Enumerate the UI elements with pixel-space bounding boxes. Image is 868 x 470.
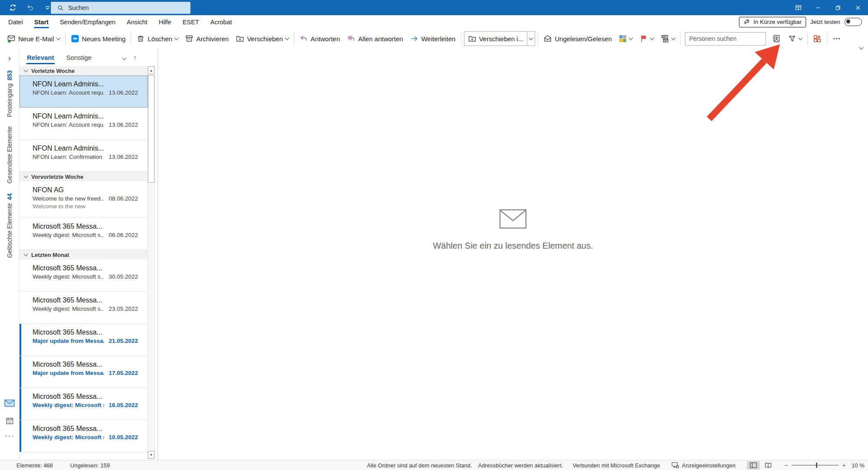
sidebar-item-gelöschte-elemente[interactable]: Gelöschte Elemente44 — [0, 191, 20, 261]
normal-view-button[interactable] — [747, 461, 760, 470]
archive-button[interactable]: Archivieren — [181, 31, 232, 46]
list-item[interactable]: NFON Learn Adminis...NFON Learn: Account… — [20, 108, 148, 140]
ribbon-separator — [827, 32, 827, 45]
filter-email-button[interactable] — [784, 31, 806, 46]
group-label: Vorletzte Woche — [31, 68, 75, 74]
collapse-ribbon-icon[interactable] — [860, 43, 863, 51]
calendar-nav-icon[interactable] — [6, 417, 14, 425]
ribbon-display-options-button[interactable] — [788, 0, 808, 15]
email-date: 30.05.2022 — [108, 273, 141, 280]
toggle-knob — [846, 20, 850, 23]
sidebar-item-gesendete-elemente[interactable]: Gesendete Elemente — [0, 126, 20, 184]
email-date: 23.05.2022 — [108, 306, 141, 312]
address-book-button[interactable] — [769, 31, 784, 46]
reply-button[interactable]: Antworten — [296, 31, 344, 46]
email-subject: Weekly digest: Microsoft s... — [33, 273, 104, 280]
list-scrollbar[interactable]: ▲ ▼ — [148, 66, 155, 459]
close-icon[interactable] — [848, 0, 868, 15]
more-commands-button[interactable] — [829, 31, 845, 46]
expand-folder-pane-icon[interactable]: › — [8, 54, 11, 62]
get-addins-button[interactable] — [809, 31, 825, 46]
reading-view-button[interactable] — [762, 461, 775, 470]
quick-steps-gallery[interactable]: Verschieben i... — [464, 31, 536, 46]
move-button[interactable]: Verschieben — [232, 31, 292, 46]
reply-all-button[interactable]: Allen antworten — [343, 31, 406, 46]
email-date: 21.05.2022 — [108, 338, 141, 344]
titlebar: Suchen — [0, 0, 868, 15]
ribbon-separator — [131, 32, 131, 45]
zoom-in-icon[interactable]: + — [842, 462, 846, 468]
list-item[interactable]: NFON AGWelcome to the new freed...08.06.… — [20, 181, 148, 218]
group-header-vorletzte-woche[interactable]: Vorletzte Woche — [20, 66, 148, 76]
zoom-out-icon[interactable]: − — [784, 462, 788, 468]
tab-sonstige[interactable]: Sonstige — [66, 52, 92, 63]
list-item[interactable]: Microsoft 365 Messa...Weekly digest: Mic… — [20, 388, 148, 420]
restore-button[interactable] — [828, 0, 848, 15]
view-switcher — [747, 461, 775, 470]
list-item[interactable]: Microsoft 365 Messa...Weekly digest: Mic… — [20, 292, 148, 324]
new-email-label: Neue E-Mail — [18, 35, 54, 43]
list-item[interactable]: Microsoft 365 Messa...Weekly digest: Mic… — [20, 420, 148, 452]
chevron-down-icon — [56, 36, 60, 40]
delete-button[interactable]: Löschen — [133, 31, 181, 46]
list-item[interactable]: NFON Learn Adminis...NFON Learn: Confirm… — [20, 140, 148, 172]
coming-soon-toggle[interactable] — [845, 18, 862, 26]
new-meeting-button[interactable]: Neues Meeting — [67, 31, 129, 46]
chevron-down-icon — [285, 36, 289, 40]
more-apps-icon[interactable]: ··· — [5, 434, 15, 438]
try-now-label: Jetzt testen — [810, 19, 840, 25]
minimize-button[interactable] — [808, 0, 828, 15]
list-item[interactable]: NFON Learn Adminis...NFON Learn: Account… — [20, 76, 148, 108]
new-meeting-label: Neues Meeting — [82, 35, 126, 43]
undo-icon[interactable] — [23, 2, 36, 14]
chevron-down-icon[interactable] — [527, 32, 535, 46]
unread-count: Ungelesen: 159 — [70, 462, 110, 469]
address-books-status: Adressbücher werden aktualisiert. — [478, 462, 563, 469]
coming-soon-label: In Kürze verfügbar — [753, 19, 802, 25]
connection-status[interactable]: Verbunden mit Microsoft Exchange — [572, 462, 660, 469]
new-email-button[interactable]: Neue E-Mail — [3, 31, 63, 46]
search-input[interactable]: Suchen — [51, 2, 191, 14]
rules-button[interactable] — [657, 31, 678, 46]
window-controls — [788, 0, 868, 15]
scrollbar-thumb[interactable] — [148, 75, 155, 183]
email-sender: Microsoft 365 Messa... — [33, 393, 141, 401]
menu-tab-start[interactable]: Start — [30, 16, 53, 28]
flag-icon — [639, 34, 648, 43]
group-header-vorvorletzte-woche[interactable]: Vorvorletzte Woche — [20, 172, 148, 181]
scroll-down-icon[interactable]: ▼ — [148, 451, 155, 459]
sidebar-item-posteingang[interactable]: Posteingang853 — [0, 68, 20, 119]
send-receive-icon[interactable] — [6, 2, 19, 14]
menu-tab-eset[interactable]: ESET — [178, 16, 204, 28]
menu-tab-acrobat[interactable]: Acrobat — [206, 16, 237, 28]
filter-dropdown-icon[interactable] — [123, 53, 126, 61]
scroll-up-icon[interactable]: ▲ — [148, 66, 155, 74]
zoom-slider-thumb[interactable] — [816, 463, 817, 468]
menu-tab-senden-empfangen[interactable]: Senden/Empfangen — [55, 16, 120, 28]
search-icon — [57, 5, 64, 11]
search-people-input[interactable]: Personen suchen — [685, 32, 766, 46]
email-subject: Major update from Messa... — [33, 370, 104, 376]
coming-soon-button[interactable]: In Kürze verfügbar — [739, 17, 806, 27]
categorize-button[interactable] — [615, 31, 636, 46]
menu-tab-hilfe[interactable]: Hilfe — [154, 16, 176, 28]
reading-pane: Wählen Sie ein zu lesendes Element aus. — [158, 49, 868, 460]
list-item[interactable]: Microsoft 365 Messa...Weekly digest: Mic… — [20, 218, 148, 250]
group-header-letzten-monat[interactable]: Letzten Monat — [20, 250, 148, 260]
menu-tab-ansicht[interactable]: Ansicht — [122, 16, 152, 28]
list-item[interactable]: Microsoft 365 Messa...Major update from … — [20, 324, 148, 356]
mail-nav-icon[interactable] — [4, 399, 15, 407]
email-sender: Microsoft 365 Messa... — [33, 425, 141, 433]
unread-read-button[interactable]: Ungelesen/Gelesen — [540, 31, 615, 46]
email-date: 13.06.2022 — [108, 122, 141, 128]
teamviewer-icon — [71, 34, 79, 43]
tab-relevant[interactable]: Relevant — [26, 52, 55, 63]
list-item[interactable]: Microsoft 365 Messa...Weekly digest: Mic… — [20, 260, 148, 292]
display-settings-button[interactable]: Anzeigeeinstellungen — [670, 462, 737, 469]
sort-order-icon[interactable]: ↑ — [134, 54, 137, 61]
forward-button[interactable]: Weiterleiten — [407, 31, 459, 46]
menu-tab-datei[interactable]: Datei — [3, 16, 28, 28]
zoom-slider[interactable] — [792, 465, 838, 466]
list-item[interactable]: Microsoft 365 Messa...Major update from … — [20, 356, 148, 388]
follow-up-button[interactable] — [636, 31, 657, 46]
